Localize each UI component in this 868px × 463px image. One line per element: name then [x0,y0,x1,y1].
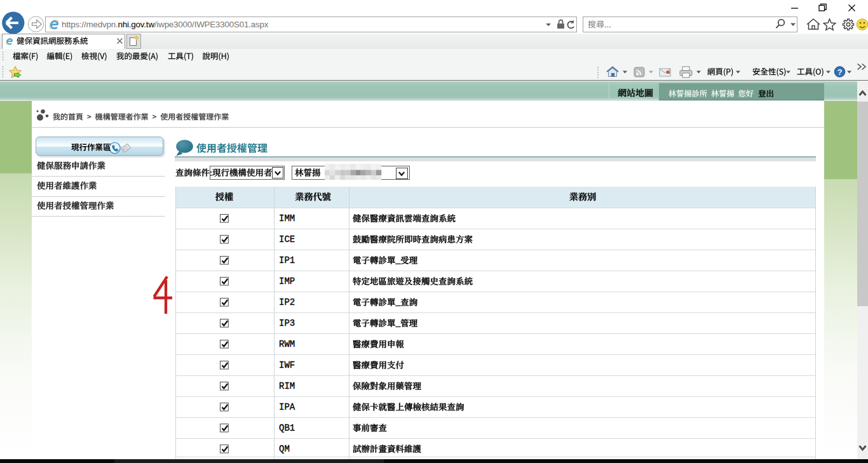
svg-text:?: ? [837,68,843,77]
